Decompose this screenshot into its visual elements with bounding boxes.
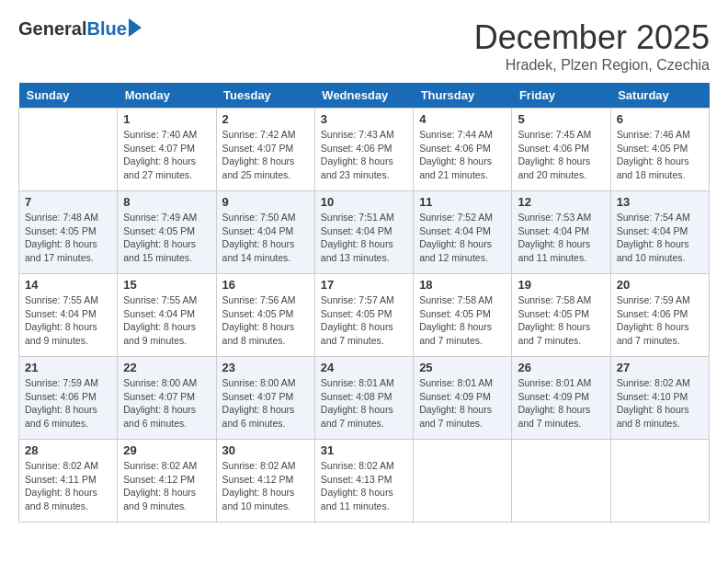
calendar-cell: 22Sunrise: 8:00 AM Sunset: 4:07 PM Dayli…: [118, 357, 216, 440]
date-number: 6: [617, 112, 703, 126]
cell-text: Sunrise: 7:54 AM Sunset: 4:04 PM Dayligh…: [617, 211, 703, 265]
date-number: 15: [123, 278, 210, 292]
cell-text: Sunrise: 8:01 AM Sunset: 4:09 PM Dayligh…: [419, 376, 506, 431]
calendar-cell: 12Sunrise: 7:53 AM Sunset: 4:04 PM Dayli…: [512, 191, 610, 274]
cell-text: Sunrise: 7:56 AM Sunset: 4:05 PM Dayligh…: [222, 293, 309, 348]
date-number: 23: [222, 361, 309, 374]
date-number: 10: [321, 195, 407, 209]
calendar-cell: 26Sunrise: 8:01 AM Sunset: 4:09 PM Dayli…: [512, 357, 610, 440]
logo-general: General: [18, 18, 86, 40]
week-row-4: 21Sunrise: 7:59 AM Sunset: 4:06 PM Dayli…: [19, 357, 710, 440]
cell-text: Sunrise: 7:52 AM Sunset: 4:04 PM Dayligh…: [419, 211, 506, 265]
date-number: 27: [617, 361, 703, 374]
calendar-cell: [414, 440, 512, 523]
day-header-thursday: Thursday: [414, 83, 512, 109]
date-number: 16: [222, 278, 309, 292]
date-number: 3: [321, 112, 407, 126]
location: Hradek, Plzen Region, Czechia: [474, 57, 710, 74]
calendar-cell: 30Sunrise: 8:02 AM Sunset: 4:12 PM Dayli…: [216, 440, 314, 523]
day-header-row: SundayMondayTuesdayWednesdayThursdayFrid…: [19, 83, 710, 109]
calendar-cell: 10Sunrise: 7:51 AM Sunset: 4:04 PM Dayli…: [314, 191, 413, 274]
calendar-cell: 2Sunrise: 7:42 AM Sunset: 4:07 PM Daylig…: [216, 109, 314, 191]
calendar-cell: 23Sunrise: 8:00 AM Sunset: 4:07 PM Dayli…: [216, 357, 314, 440]
date-number: 7: [25, 195, 111, 209]
date-number: 20: [617, 278, 703, 292]
calendar-cell: 16Sunrise: 7:56 AM Sunset: 4:05 PM Dayli…: [216, 274, 314, 357]
cell-text: Sunrise: 7:53 AM Sunset: 4:04 PM Dayligh…: [518, 211, 604, 265]
cell-text: Sunrise: 7:57 AM Sunset: 4:05 PM Dayligh…: [321, 293, 407, 348]
calendar-cell: 13Sunrise: 7:54 AM Sunset: 4:04 PM Dayli…: [610, 191, 709, 274]
calendar-cell: [512, 440, 610, 523]
logo-blue: Blue: [86, 18, 126, 40]
calendar-cell: 11Sunrise: 7:52 AM Sunset: 4:04 PM Dayli…: [414, 191, 512, 274]
date-number: 25: [419, 361, 506, 374]
page-header: General Blue December 2025 Hradek, Plzen…: [18, 18, 710, 74]
calendar-cell: 1Sunrise: 7:40 AM Sunset: 4:07 PM Daylig…: [118, 109, 216, 191]
cell-text: Sunrise: 8:01 AM Sunset: 4:09 PM Dayligh…: [518, 376, 604, 431]
calendar-cell: 21Sunrise: 7:59 AM Sunset: 4:06 PM Dayli…: [19, 357, 118, 440]
date-number: 29: [123, 443, 210, 457]
date-number: 13: [617, 195, 703, 209]
calendar-cell: 28Sunrise: 8:02 AM Sunset: 4:11 PM Dayli…: [19, 440, 118, 523]
calendar-cell: 19Sunrise: 7:58 AM Sunset: 4:05 PM Dayli…: [512, 274, 610, 357]
day-header-saturday: Saturday: [610, 83, 709, 109]
day-header-friday: Friday: [512, 83, 610, 109]
date-number: 30: [222, 443, 309, 457]
calendar-cell: 14Sunrise: 7:55 AM Sunset: 4:04 PM Dayli…: [19, 274, 118, 357]
cell-text: Sunrise: 7:59 AM Sunset: 4:06 PM Dayligh…: [25, 376, 111, 431]
day-header-wednesday: Wednesday: [314, 83, 413, 109]
calendar-cell: 6Sunrise: 7:46 AM Sunset: 4:05 PM Daylig…: [610, 109, 709, 191]
logo-arrow-icon: [129, 18, 142, 37]
calendar-cell: 25Sunrise: 8:01 AM Sunset: 4:09 PM Dayli…: [414, 357, 512, 440]
cell-text: Sunrise: 7:49 AM Sunset: 4:05 PM Dayligh…: [123, 211, 210, 265]
day-header-sunday: Sunday: [19, 83, 118, 109]
cell-text: Sunrise: 8:02 AM Sunset: 4:13 PM Dayligh…: [321, 459, 407, 513]
calendar-cell: [610, 440, 709, 523]
cell-text: Sunrise: 7:55 AM Sunset: 4:04 PM Dayligh…: [25, 293, 111, 348]
week-row-1: 1Sunrise: 7:40 AM Sunset: 4:07 PM Daylig…: [19, 109, 710, 191]
calendar-cell: 15Sunrise: 7:55 AM Sunset: 4:04 PM Dayli…: [118, 274, 216, 357]
calendar-cell: 20Sunrise: 7:59 AM Sunset: 4:06 PM Dayli…: [610, 274, 709, 357]
calendar-cell: 31Sunrise: 8:02 AM Sunset: 4:13 PM Dayli…: [314, 440, 413, 523]
day-header-monday: Monday: [118, 83, 216, 109]
cell-text: Sunrise: 7:48 AM Sunset: 4:05 PM Dayligh…: [25, 211, 111, 265]
calendar-cell: 18Sunrise: 7:58 AM Sunset: 4:05 PM Dayli…: [414, 274, 512, 357]
week-row-3: 14Sunrise: 7:55 AM Sunset: 4:04 PM Dayli…: [19, 274, 710, 357]
date-number: 19: [518, 278, 604, 292]
calendar-cell: 17Sunrise: 7:57 AM Sunset: 4:05 PM Dayli…: [314, 274, 413, 357]
date-number: 22: [123, 361, 210, 374]
date-number: 26: [518, 361, 604, 374]
calendar-cell: [19, 109, 118, 191]
calendar-table: SundayMondayTuesdayWednesdayThursdayFrid…: [18, 83, 710, 523]
cell-text: Sunrise: 7:40 AM Sunset: 4:07 PM Dayligh…: [123, 128, 210, 182]
date-number: 14: [25, 278, 111, 292]
cell-text: Sunrise: 7:51 AM Sunset: 4:04 PM Dayligh…: [321, 211, 407, 265]
cell-text: Sunrise: 8:02 AM Sunset: 4:12 PM Dayligh…: [123, 459, 210, 513]
week-row-2: 7Sunrise: 7:48 AM Sunset: 4:05 PM Daylig…: [19, 191, 710, 274]
calendar-cell: 27Sunrise: 8:02 AM Sunset: 4:10 PM Dayli…: [610, 357, 709, 440]
calendar-cell: 3Sunrise: 7:43 AM Sunset: 4:06 PM Daylig…: [314, 109, 413, 191]
date-number: 4: [419, 112, 506, 126]
cell-text: Sunrise: 7:45 AM Sunset: 4:06 PM Dayligh…: [518, 128, 604, 182]
title-block: December 2025 Hradek, Plzen Region, Czec…: [474, 18, 710, 74]
date-number: 21: [25, 361, 111, 374]
cell-text: Sunrise: 7:43 AM Sunset: 4:06 PM Dayligh…: [321, 128, 407, 182]
cell-text: Sunrise: 8:00 AM Sunset: 4:07 PM Dayligh…: [222, 376, 309, 431]
date-number: 24: [321, 361, 407, 374]
cell-text: Sunrise: 7:59 AM Sunset: 4:06 PM Dayligh…: [617, 293, 703, 348]
date-number: 18: [419, 278, 506, 292]
day-header-tuesday: Tuesday: [216, 83, 314, 109]
date-number: 28: [25, 443, 111, 457]
cell-text: Sunrise: 7:58 AM Sunset: 4:05 PM Dayligh…: [419, 293, 506, 348]
cell-text: Sunrise: 7:55 AM Sunset: 4:04 PM Dayligh…: [123, 293, 210, 348]
date-number: 8: [123, 195, 210, 209]
date-number: 31: [321, 443, 407, 457]
month-title: December 2025: [474, 18, 710, 57]
calendar-cell: 29Sunrise: 8:02 AM Sunset: 4:12 PM Dayli…: [118, 440, 216, 523]
cell-text: Sunrise: 8:02 AM Sunset: 4:10 PM Dayligh…: [617, 376, 703, 431]
cell-text: Sunrise: 8:01 AM Sunset: 4:08 PM Dayligh…: [321, 376, 407, 431]
cell-text: Sunrise: 7:46 AM Sunset: 4:05 PM Dayligh…: [617, 128, 703, 182]
date-number: 1: [123, 112, 210, 126]
calendar-cell: 4Sunrise: 7:44 AM Sunset: 4:06 PM Daylig…: [414, 109, 512, 191]
date-number: 2: [222, 112, 309, 126]
